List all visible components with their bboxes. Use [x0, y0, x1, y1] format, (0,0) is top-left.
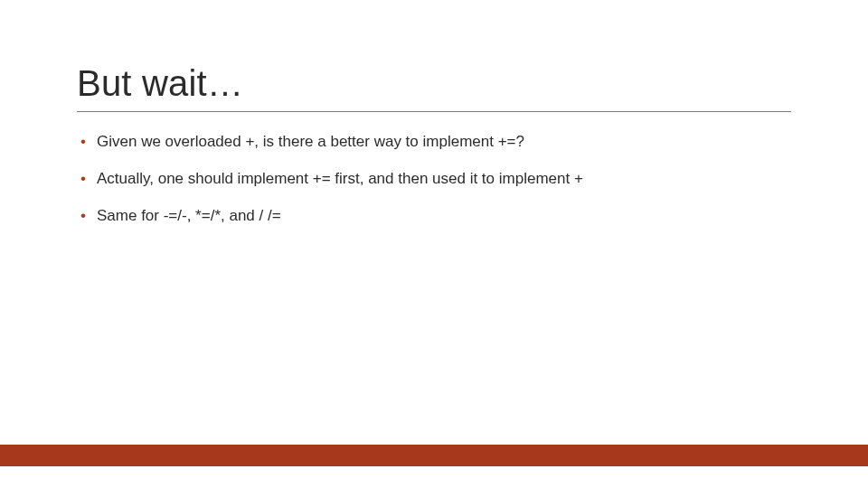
footer-accent-bar: [0, 445, 868, 466]
bullet-item: Same for -=/-, *=/*, and / /=: [77, 206, 791, 227]
slide-title: But wait…: [77, 63, 791, 112]
slide: But wait… Given we overloaded +, is ther…: [0, 0, 868, 488]
bullet-item: Given we overloaded +, is there a better…: [77, 132, 791, 153]
bullet-item: Actually, one should implement += first,…: [77, 169, 791, 190]
bullet-list: Given we overloaded +, is there a better…: [77, 132, 791, 227]
